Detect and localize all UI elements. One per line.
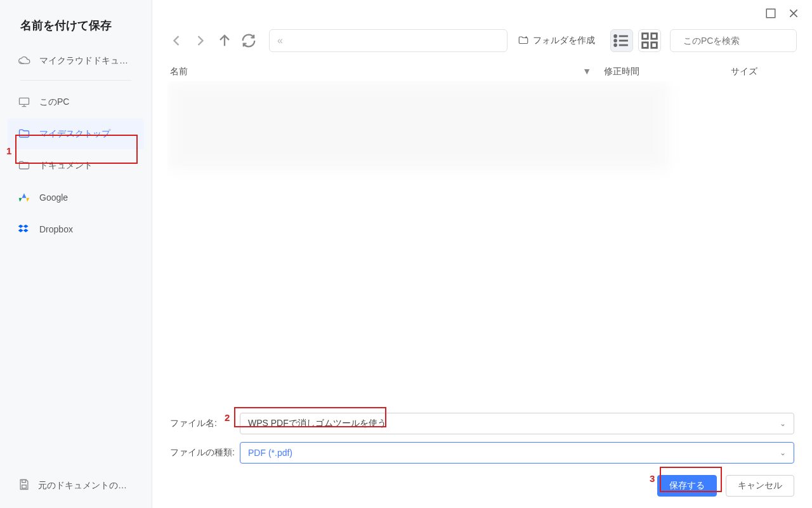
sidebar: 名前を付けて保存 マイクラウドドキュ… このPC マイデスクトップ ドキュメント [0, 0, 152, 508]
folder-icon [18, 159, 30, 172]
col-size[interactable]: サイズ [731, 66, 794, 77]
sidebar-footer-label: 元のドキュメントの… [38, 480, 127, 491]
sidebar-item-label: Dropbox [39, 224, 73, 234]
sidebar-item-documents[interactable]: ドキュメント [8, 150, 144, 181]
back-button[interactable] [167, 32, 185, 50]
main-panel: « フォルダを作成 名前 ▼ 修正時間 サイズ [152, 0, 812, 508]
path-bar[interactable]: « [269, 29, 508, 52]
create-folder-button[interactable]: フォルダを作成 [514, 31, 599, 50]
filename-input[interactable]: WPS PDFで消しゴムツールを使う ⌄ [240, 413, 794, 434]
monitor-icon [18, 96, 30, 109]
sidebar-item-desktop[interactable]: マイデスクトップ [8, 119, 144, 149]
svg-rect-3 [766, 9, 775, 18]
cancel-button[interactable]: キャンセル [726, 475, 794, 497]
sidebar-item-cloud[interactable]: マイクラウドドキュ… [8, 46, 144, 76]
blurred-content [167, 81, 669, 170]
sidebar-item-label: Google [39, 192, 68, 203]
sidebar-item-google[interactable]: Google [8, 182, 144, 213]
filetype-select[interactable]: PDF (*.pdf) ⌄ [240, 442, 794, 464]
new-folder-icon [518, 35, 529, 46]
svg-rect-9 [643, 43, 648, 48]
svg-point-4 [615, 36, 617, 37]
col-name[interactable]: 名前 ▼ [170, 66, 604, 77]
save-icon [18, 478, 30, 493]
list-view-button[interactable] [610, 29, 633, 52]
close-button[interactable] [788, 8, 799, 19]
dropbox-icon [18, 223, 30, 236]
dialog-title: 名前を付けて保存 [0, 0, 152, 46]
chevron-down-icon: ⌄ [780, 419, 786, 428]
svg-rect-2 [22, 485, 27, 488]
forward-button[interactable] [192, 32, 209, 50]
sidebar-item-label: ドキュメント [39, 160, 93, 171]
svg-point-6 [615, 44, 617, 46]
svg-rect-1 [22, 480, 26, 483]
search-bar[interactable] [670, 29, 797, 52]
chevron-down-icon: ⌄ [780, 448, 786, 457]
filetype-label: ファイルの種類: [170, 447, 240, 458]
annotation-1: 1 [6, 145, 11, 156]
annotation-2: 2 [225, 412, 230, 423]
sidebar-item-thispc[interactable]: このPC [8, 87, 144, 117]
sidebar-item-label: このPC [39, 97, 69, 108]
create-folder-label: フォルダを作成 [533, 35, 595, 46]
annotation-3: 3 [650, 473, 655, 484]
file-list [167, 81, 797, 401]
sort-desc-icon: ▼ [582, 66, 591, 77]
column-headers: 名前 ▼ 修正時間 サイズ [152, 57, 812, 81]
folder-icon [18, 128, 30, 140]
svg-rect-10 [652, 43, 657, 48]
col-modified[interactable]: 修正時間 [604, 66, 731, 77]
search-input[interactable] [683, 36, 794, 46]
svg-rect-7 [643, 34, 648, 39]
google-drive-icon [18, 191, 30, 204]
maximize-button[interactable] [765, 8, 776, 19]
refresh-button[interactable] [240, 32, 258, 50]
sidebar-footer-original[interactable]: 元のドキュメントの… [18, 478, 134, 493]
svg-rect-0 [20, 98, 29, 104]
svg-rect-8 [652, 34, 657, 39]
cloud-icon [18, 55, 30, 67]
divider [20, 80, 131, 81]
grid-view-button[interactable] [638, 29, 661, 52]
up-button[interactable] [216, 32, 233, 50]
sidebar-item-label: マイデスクトップ [39, 128, 110, 140]
sidebar-item-label: マイクラウドドキュ… [39, 55, 128, 67]
save-button[interactable]: 保存する [657, 475, 717, 497]
svg-point-5 [615, 40, 617, 42]
sidebar-item-dropbox[interactable]: Dropbox [8, 214, 144, 244]
